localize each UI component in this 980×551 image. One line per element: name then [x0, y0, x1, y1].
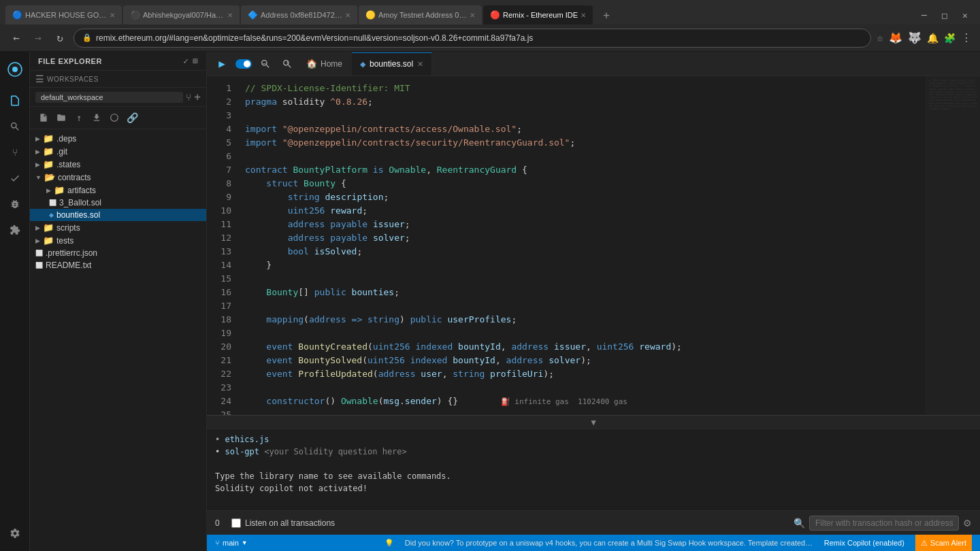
line-numbers: 123 456 789 101112 131415 161718 192021 … [207, 76, 237, 415]
bounties-tab-close[interactable]: ✕ [417, 60, 423, 69]
zoom-out-button[interactable] [256, 54, 275, 73]
sidebar-item-settings-bottom[interactable] [3, 521, 27, 546]
home-button[interactable]: 🏠 Home [299, 54, 349, 73]
hamburger-icon[interactable]: ☰ [35, 73, 44, 84]
tab4-close[interactable]: ✕ [470, 12, 475, 19]
tree-item-scripts[interactable]: ▶ 📁 scripts [30, 221, 206, 234]
code-line-22: event ProfileUpdated(address user, strin… [245, 367, 920, 381]
file-tree: ▶ 📁 .deps ▶ 📁 .git ▶ 📁 .states ▼ 📂 contr… [30, 129, 206, 551]
tx-listen-label: Listen on all transactions [245, 518, 335, 528]
browser-close[interactable]: ✕ [956, 5, 975, 24]
terminal-content[interactable]: • ethics.js • sol-gpt <your Solidity que… [207, 429, 980, 510]
toggle-debug[interactable] [234, 54, 253, 73]
download-button[interactable] [88, 110, 105, 126]
browser-tab-4[interactable]: 🟡 Amoy Testnet Address 0xb046...c77... ✕ [359, 5, 482, 24]
browser-minimize[interactable]: ─ [915, 5, 934, 24]
git-label: .git [56, 147, 67, 156]
publish-button[interactable] [106, 110, 122, 126]
sidebar-item-search[interactable] [3, 114, 27, 139]
tree-item-bounties[interactable]: ◆ bounties.sol [30, 209, 206, 221]
sidebar-item-compile[interactable] [3, 166, 27, 190]
contracts-folder-icon: 📂 [44, 172, 55, 182]
tree-item-prettierrc[interactable]: ⬜ .prettierrc.json [30, 247, 206, 259]
tree-item-git[interactable]: ▶ 📁 .git [30, 145, 206, 158]
contracts-arrow: ▼ [35, 174, 42, 181]
sidebar-item-files[interactable] [3, 88, 27, 113]
file-toolbar: ↑ 🔗 [30, 107, 206, 129]
tab3-close[interactable]: ✕ [345, 12, 350, 19]
new-folder-button[interactable] [53, 110, 69, 126]
git-arrow: ▶ [35, 148, 40, 155]
new-file-button[interactable] [35, 110, 52, 126]
code-line-14: } [245, 258, 920, 272]
readme-file-icon: ⬜ [35, 262, 43, 269]
code-line-25 [245, 408, 920, 415]
scam-alert-badge[interactable]: ⚠ Scam Alert [915, 535, 972, 551]
tab5-favicon: 🔴 [490, 10, 500, 20]
sidebar-item-plugin[interactable] [3, 218, 27, 242]
nav-back[interactable]: ← [8, 30, 24, 46]
nav-forward[interactable]: → [30, 30, 46, 46]
tab3-favicon: 🔷 [248, 10, 258, 20]
prettierrc-file-icon: ⬜ [35, 250, 43, 256]
tip-icon: 💡 [385, 539, 394, 548]
browser-tab-1[interactable]: 🔵 HACKER HOUSE GOA: Dashboard | ✕ [5, 5, 122, 24]
run-button[interactable]: ▶ [212, 54, 231, 73]
tree-item-states[interactable]: ▶ 📁 .states [30, 158, 206, 171]
git-branch-status[interactable]: ⑂ main ▼ [215, 539, 248, 547]
url-text: remix.ethereum.org/#lang=en&optimize=fal… [96, 33, 533, 43]
tests-label: tests [56, 236, 74, 246]
minimap: // SPDX-License pragma solidity import "… [926, 76, 980, 415]
expand-icon[interactable]: ⊞ [193, 56, 198, 66]
file-explorer-header: FILE EXPLORER ✓ ⊞ [30, 52, 206, 71]
readme-label: README.txt [46, 261, 91, 270]
browser-tab-3[interactable]: 🔷 Address 0xf8e81D47203A594245E3... ✕ [241, 5, 357, 24]
terminal-line-4: Type the library name to see available c… [215, 470, 972, 482]
tree-item-artifacts[interactable]: ▶ 📁 artifacts [30, 184, 206, 197]
workspace-name-label: default_workspace [35, 92, 183, 103]
terminal-line-5: Solidity copilot not activated! [215, 482, 972, 495]
tx-filter-input[interactable] [809, 516, 959, 531]
tx-listen-checkbox[interactable] [231, 518, 241, 528]
tree-item-tests[interactable]: ▶ 📁 tests [30, 234, 206, 247]
terminal-line-2: • sol-gpt <your Solidity question here> [215, 446, 972, 458]
nav-refresh[interactable]: ↻ [52, 30, 68, 46]
extension-icon-2[interactable]: 🐺 [908, 31, 921, 44]
extension-icon-3[interactable]: 🔔 [927, 33, 938, 44]
panel-resize-handle[interactable]: ▼ [207, 415, 980, 429]
upload-button[interactable]: ↑ [71, 110, 87, 126]
tab5-close[interactable]: ✕ [581, 12, 586, 19]
new-tab-button[interactable]: + [597, 5, 616, 24]
tx-settings-icon[interactable]: ⚙ [963, 518, 972, 529]
url-bar[interactable]: 🔒 remix.ethereum.org/#lang=en&optimize=f… [74, 29, 871, 48]
extension-icon-1[interactable]: 🦊 [889, 31, 902, 44]
tx-search-icon[interactable]: 🔍 [794, 518, 805, 529]
tree-item-deps[interactable]: ▶ 📁 .deps [30, 132, 206, 145]
ballot-label: 3_Ballot.sol [59, 198, 101, 207]
tree-item-contracts[interactable]: ▼ 📂 contracts [30, 171, 206, 184]
bookmark-icon[interactable]: ☆ [877, 31, 883, 44]
scripts-arrow: ▶ [35, 224, 40, 231]
add-workspace-icon[interactable]: + [194, 90, 201, 103]
code-editor[interactable]: // SPDX-License-Identifier: MIT pragma s… [237, 76, 926, 415]
browser-maximize[interactable]: □ [935, 5, 954, 24]
sidebar-item-debug[interactable] [3, 192, 27, 216]
check-icon[interactable]: ✓ [183, 56, 189, 66]
tab2-close[interactable]: ✕ [227, 12, 233, 19]
browser-menu[interactable]: ⋮ [961, 31, 972, 44]
browser-tab-2[interactable]: ⚫ Abhishekgoyal007/Hack-Together-... ✕ [123, 5, 240, 24]
remix-copilot-label[interactable]: Remix Copilot (enabled) [824, 539, 904, 547]
browser-tab-5[interactable]: 🔴 Remix - Ethereum IDE ✕ [483, 5, 593, 24]
git-branch-icon[interactable]: ⑂ [186, 92, 191, 103]
tab1-close[interactable]: ✕ [110, 12, 115, 19]
tree-item-readme[interactable]: ⬜ README.txt [30, 259, 206, 271]
prettierrc-label: .prettierrc.json [46, 248, 97, 258]
link-button[interactable]: 🔗 [124, 110, 140, 126]
zoom-in-button[interactable] [278, 54, 297, 73]
tests-arrow: ▶ [35, 237, 40, 244]
tab4-favicon: 🟡 [365, 10, 376, 20]
sidebar-item-git[interactable]: ⑂ [3, 140, 27, 165]
editor-tab-bounties[interactable]: ◆ bounties.sol ✕ [352, 52, 432, 76]
tree-item-ballot[interactable]: ⬜ 3_Ballot.sol [30, 197, 206, 209]
extension-icon-4[interactable]: 🧩 [944, 33, 956, 44]
